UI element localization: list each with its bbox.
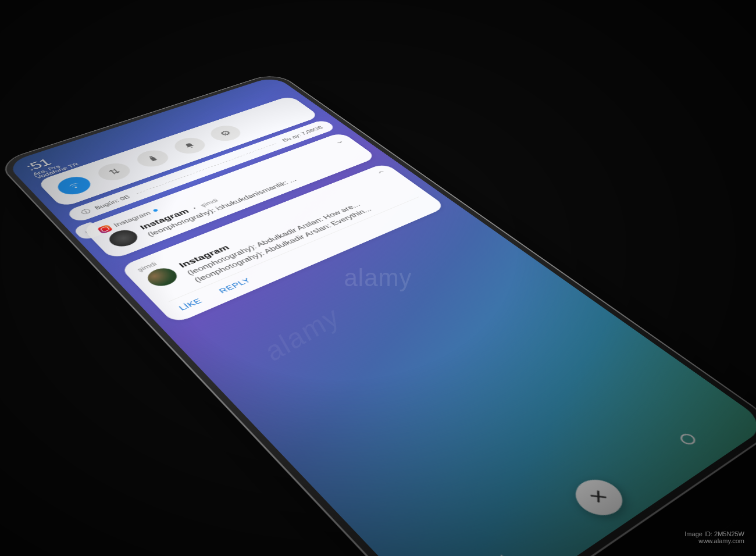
data-month-value: 7,08GB <box>299 125 324 136</box>
notif-timestamp: şimdi <box>135 261 158 273</box>
recents-button[interactable] <box>677 432 698 447</box>
data-swap-icon: ⇅ <box>106 167 123 177</box>
flashlight-icon <box>145 154 160 162</box>
phone-device: :51 Ara, Prş Vodafone TR ⇅ <box>0 73 756 556</box>
wifi-toggle[interactable] <box>52 173 95 198</box>
unread-dot <box>153 209 159 212</box>
watermark-id: Image ID: 2M5N25W <box>684 530 744 537</box>
info-icon: ⓘ <box>79 208 93 216</box>
dnd-toggle[interactable] <box>169 135 211 157</box>
data-today-label: Bugün: <box>93 198 120 211</box>
like-button[interactable]: LİKE <box>177 297 204 312</box>
settings-toggle[interactable]: ⚙ <box>205 123 246 144</box>
reply-button[interactable]: REPLY <box>217 276 252 295</box>
data-toggle[interactable]: ⇅ <box>93 160 135 183</box>
bell-icon <box>183 142 198 150</box>
back-button[interactable]: ◁ <box>487 551 513 556</box>
data-month-label: Bu ay: <box>281 133 302 142</box>
watermark-info: Image ID: 2M5N25W www.alamy.com <box>684 530 744 544</box>
wifi-icon <box>65 180 84 191</box>
flashlight-toggle[interactable] <box>132 147 174 170</box>
watermark-site: www.alamy.com <box>684 537 744 544</box>
close-icon: ✕ <box>584 486 614 509</box>
home-button[interactable]: ✕ <box>566 473 632 522</box>
phone-screen: :51 Ara, Prş Vodafone TR ⇅ <box>5 76 756 556</box>
gear-icon: ⚙ <box>217 129 234 138</box>
